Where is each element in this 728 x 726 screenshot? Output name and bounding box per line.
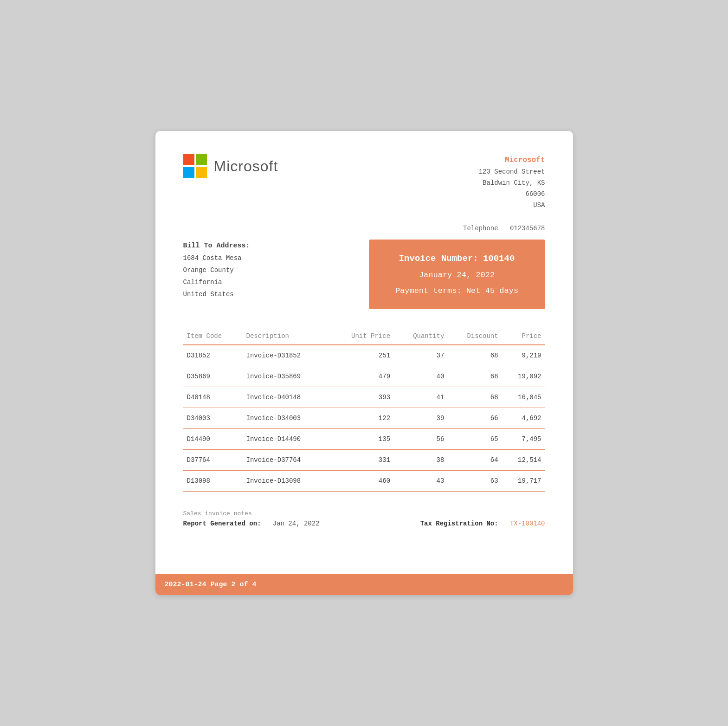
report-generated-label: Report Generated on: <box>183 520 261 527</box>
telephone-value: 012345678 <box>510 225 545 232</box>
table-row: D37764 Invoice-D37764 331 38 64 12,514 <box>183 450 545 471</box>
cell-quantity: 37 <box>394 345 448 366</box>
cell-unit-price: 122 <box>329 408 394 429</box>
cell-description: Invoice-D35869 <box>243 366 329 387</box>
logo-yellow-square <box>196 167 207 178</box>
cell-description: Invoice-D40148 <box>243 387 329 408</box>
logo-red-square <box>183 154 194 165</box>
cell-quantity: 41 <box>394 387 448 408</box>
microsoft-logo-grid <box>183 154 207 178</box>
cell-quantity: 56 <box>394 429 448 450</box>
table-header: Item Code Description Unit Price Quantit… <box>183 328 545 345</box>
cell-item-code: D40148 <box>183 387 243 408</box>
invoice-number-line: Invoice Number: 100140 <box>384 250 530 267</box>
cell-quantity: 40 <box>394 366 448 387</box>
logo-text: Microsoft <box>214 158 278 175</box>
cell-discount: 64 <box>448 450 502 471</box>
invoice-payment-terms: Payment terms: Net 45 days <box>384 283 530 299</box>
cell-unit-price: 479 <box>329 366 394 387</box>
address-line2: Baldwin City, KS <box>479 178 545 189</box>
cell-quantity: 38 <box>394 450 448 471</box>
report-generated-block: Report Generated on: Jan 24, 2022 <box>183 520 320 527</box>
col-header-item-code: Item Code <box>183 328 243 345</box>
footer-notes: Sales invoice notes <box>183 510 545 517</box>
col-header-description: Description <box>243 328 329 345</box>
col-header-quantity: Quantity <box>394 328 448 345</box>
cell-discount: 63 <box>448 471 502 492</box>
table-row: D14490 Invoice-D14490 135 56 65 7,495 <box>183 429 545 450</box>
cell-unit-price: 331 <box>329 450 394 471</box>
address-line3: 66006 <box>479 189 545 200</box>
col-header-unit-price: Unit Price <box>329 328 394 345</box>
company-name: Microsoft <box>479 154 545 167</box>
invoice-date: January 24, 2022 <box>384 267 530 283</box>
cell-price: 9,219 <box>502 345 545 366</box>
cell-description: Invoice-D13098 <box>243 471 329 492</box>
company-address: Microsoft 123 Second Street Baldwin City… <box>479 154 545 211</box>
cell-discount: 65 <box>448 429 502 450</box>
bill-to-line1: 1684 Costa Mesa <box>183 253 250 265</box>
cell-discount: 68 <box>448 366 502 387</box>
table-body: D31852 Invoice-D31852 251 37 68 9,219 D3… <box>183 345 545 492</box>
tax-reg-label: Tax Registration No: <box>420 520 498 527</box>
cell-description: Invoice-D31852 <box>243 345 329 366</box>
bill-to-line2: Orange County <box>183 265 250 277</box>
page-bar-text: 2022-01-24 Page 2 of 4 <box>165 581 257 589</box>
cell-item-code: D34003 <box>183 408 243 429</box>
logo-green-square <box>196 154 207 165</box>
cell-price: 19,092 <box>502 366 545 387</box>
col-header-price: Price <box>502 328 545 345</box>
cell-item-code: D37764 <box>183 450 243 471</box>
table-row: D13098 Invoice-D13098 460 43 63 19,717 <box>183 471 545 492</box>
bill-to-line4: United States <box>183 289 250 301</box>
address-line1: 123 Second Street <box>479 167 545 178</box>
table-row: D40148 Invoice-D40148 393 41 68 16,045 <box>183 387 545 408</box>
bill-to-label: Bill To Address: <box>183 240 250 253</box>
footer-report-row: Report Generated on: Jan 24, 2022 Tax Re… <box>183 520 545 527</box>
cell-quantity: 43 <box>394 471 448 492</box>
cell-price: 12,514 <box>502 450 545 471</box>
address-line4: USA <box>479 200 545 211</box>
cell-price: 7,495 <box>502 429 545 450</box>
table-row: D31852 Invoice-D31852 251 37 68 9,219 <box>183 345 545 366</box>
cell-item-code: D35869 <box>183 366 243 387</box>
cell-quantity: 39 <box>394 408 448 429</box>
bill-to-line3: California <box>183 277 250 289</box>
col-header-discount: Discount <box>448 328 502 345</box>
cell-unit-price: 393 <box>329 387 394 408</box>
cell-item-code: D13098 <box>183 471 243 492</box>
cell-unit-price: 251 <box>329 345 394 366</box>
cell-discount: 68 <box>448 345 502 366</box>
page-footer-bar: 2022-01-24 Page 2 of 4 <box>155 574 573 595</box>
report-generated-value: Jan 24, 2022 <box>273 520 320 527</box>
cell-description: Invoice-D34003 <box>243 408 329 429</box>
invoice-number-value: 100140 <box>483 253 515 264</box>
telephone-label: Telephone <box>463 225 498 232</box>
invoice-info-box: Invoice Number: 100140 January 24, 2022 … <box>369 240 545 309</box>
bill-invoice-row: Bill To Address: 1684 Costa Mesa Orange … <box>183 240 545 309</box>
cell-discount: 66 <box>448 408 502 429</box>
cell-description: Invoice-D14490 <box>243 429 329 450</box>
cell-unit-price: 135 <box>329 429 394 450</box>
invoice-table: Item Code Description Unit Price Quantit… <box>183 328 545 492</box>
bill-to-block: Bill To Address: 1684 Costa Mesa Orange … <box>183 240 250 300</box>
tax-reg-value: TX-100140 <box>510 520 545 527</box>
logo-area: Microsoft <box>183 154 278 178</box>
telephone-row: Telephone 012345678 <box>183 225 545 232</box>
cell-price: 16,045 <box>502 387 545 408</box>
cell-description: Invoice-D37764 <box>243 450 329 471</box>
table-row: D35869 Invoice-D35869 479 40 68 19,092 <box>183 366 545 387</box>
cell-item-code: D14490 <box>183 429 243 450</box>
header: Microsoft Microsoft 123 Second Street Ba… <box>183 154 545 211</box>
invoice-number-label: Invoice Number: <box>399 253 478 264</box>
logo-blue-square <box>183 167 194 178</box>
cell-price: 4,692 <box>502 408 545 429</box>
cell-price: 19,717 <box>502 471 545 492</box>
tax-reg-block: Tax Registration No: TX-100140 <box>420 520 545 527</box>
cell-discount: 68 <box>448 387 502 408</box>
invoice-page: Microsoft Microsoft 123 Second Street Ba… <box>155 131 573 595</box>
cell-item-code: D31852 <box>183 345 243 366</box>
table-header-row: Item Code Description Unit Price Quantit… <box>183 328 545 345</box>
table-row: D34003 Invoice-D34003 122 39 66 4,692 <box>183 408 545 429</box>
cell-unit-price: 460 <box>329 471 394 492</box>
